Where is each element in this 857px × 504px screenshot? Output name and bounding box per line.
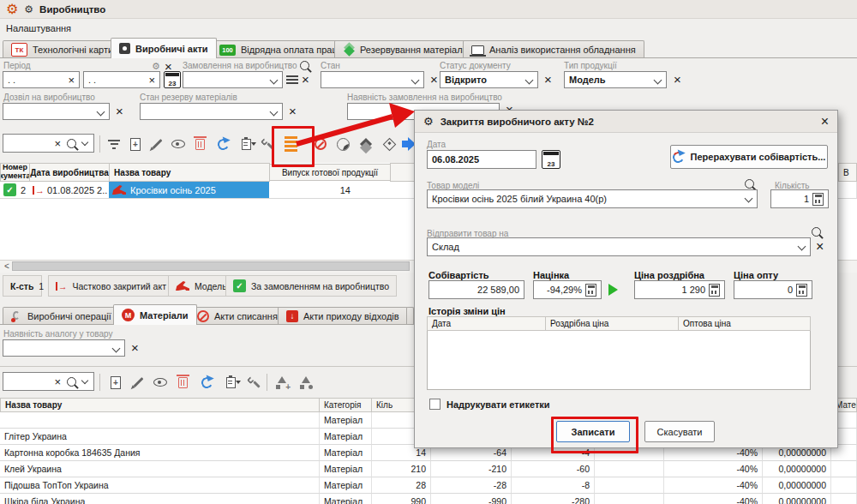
- add-document-icon[interactable]: +: [126, 135, 145, 153]
- material-name[interactable]: Картонна коробка 184635 Дания: [0, 445, 320, 461]
- acts-row-number-cell[interactable]: ✓ 2: [0, 182, 30, 199]
- refresh-icon[interactable]: [197, 373, 216, 392]
- acts-search-box[interactable]: ×: [3, 134, 94, 153]
- tab-equipment-analysis[interactable]: Аналіз використання обладнання: [463, 40, 644, 58]
- state-dropdown[interactable]: [321, 71, 424, 88]
- materials-search-box[interactable]: ×: [3, 372, 94, 391]
- tab-production-acts[interactable]: Виробничі акти: [111, 38, 217, 58]
- acts-header-number[interactable]: Номер кумента: [0, 163, 30, 182]
- copy-paste-icon[interactable]: [221, 373, 240, 392]
- materials-header-category[interactable]: Категорія: [320, 398, 372, 412]
- period-to-input[interactable]: . . ×: [83, 71, 160, 88]
- apply-play-icon[interactable]: [608, 284, 618, 296]
- material-name[interactable]: Глітер Украина: [0, 429, 320, 445]
- acts-header-date[interactable]: Дата виробництва: [29, 163, 110, 182]
- edit-icon[interactable]: [129, 373, 147, 392]
- group-add-icon[interactable]: [273, 373, 291, 392]
- delete-icon[interactable]: [190, 135, 209, 153]
- order-clear-icon[interactable]: ×: [302, 73, 309, 86]
- warehouse-dropdown[interactable]: Склад: [427, 237, 811, 256]
- add-document-icon[interactable]: +: [106, 373, 125, 392]
- tab-materials[interactable]: М Матеріали: [113, 304, 197, 325]
- tab-stub[interactable]: [406, 307, 414, 325]
- scrollbar-thumb[interactable]: [12, 261, 410, 271]
- scroll-left-button[interactable]: <: [2, 261, 12, 272]
- view-icon[interactable]: [169, 135, 188, 153]
- service-wrench-icon[interactable]: [243, 373, 262, 392]
- filter-icon[interactable]: [105, 135, 123, 153]
- material-name[interactable]: Шкіра біла Украина: [0, 494, 320, 504]
- edit-icon[interactable]: [147, 135, 166, 153]
- refresh-icon[interactable]: [213, 135, 232, 153]
- dialog-close-icon[interactable]: ×: [821, 114, 829, 129]
- history-header-wholesale[interactable]: Оптова ціна: [678, 316, 811, 331]
- qty-input[interactable]: 1: [770, 189, 829, 208]
- wholesale-price-input[interactable]: 0: [734, 280, 812, 299]
- material-row[interactable]: Шкіра біла Украина Матеріал 990 -990 -28…: [0, 494, 857, 504]
- acts-header-right[interactable]: В: [838, 163, 857, 182]
- material-name[interactable]: Клей Украина: [0, 461, 320, 477]
- date-calendar-button[interactable]: 23: [542, 150, 560, 169]
- product-search-icon[interactable]: [745, 179, 754, 189]
- prod-type-dropdown[interactable]: Модель: [564, 71, 667, 88]
- period-settings-icon[interactable]: ⚙: [152, 62, 160, 71]
- material-row[interactable]: Підошва ТопТоп Украина Матеріал 28 -28 -…: [0, 477, 857, 494]
- tab-writeoff-acts[interactable]: Акти списання: [189, 307, 286, 325]
- permission-dropdown[interactable]: [3, 103, 110, 120]
- prod-type-clear-icon[interactable]: ×: [674, 73, 681, 86]
- material-rate: 0,00000000: [763, 461, 831, 477]
- clear-icon[interactable]: ×: [148, 74, 155, 87]
- permission-clear-icon[interactable]: ×: [116, 105, 123, 117]
- material-name[interactable]: Підошва ТопТоп Украина: [0, 477, 320, 494]
- analog-dropdown[interactable]: [3, 339, 125, 357]
- calculator-icon[interactable]: [812, 193, 824, 206]
- order-search-icon[interactable]: [300, 61, 309, 70]
- acts-row-output-cell[interactable]: 14: [269, 182, 391, 199]
- print-labels-checkbox[interactable]: [429, 399, 440, 410]
- materials-header-name[interactable]: Назва товару: [0, 398, 320, 412]
- order-dropdown[interactable]: [183, 71, 283, 88]
- history-header-retail[interactable]: Роздрібна ціна: [545, 316, 679, 331]
- product-dropdown[interactable]: Кросівки осінь 2025 білий Украина 40(р): [427, 189, 758, 208]
- analog-clear-icon[interactable]: ×: [131, 341, 139, 354]
- tab-tech-cards[interactable]: ТК Технологічні карти: [3, 40, 122, 58]
- tab-piecework-pay[interactable]: 100 Відрядна оплата праці: [211, 40, 348, 58]
- dialog-title-bar[interactable]: ⚙ Закриття виробничого акту №2 ×: [415, 111, 837, 133]
- copy-paste-icon[interactable]: [237, 135, 255, 153]
- period-from-input[interactable]: . . ×: [3, 71, 80, 88]
- clear-icon[interactable]: ×: [68, 74, 75, 87]
- tab-material-reserve[interactable]: Резервування матеріалів: [334, 40, 478, 58]
- history-header-date[interactable]: Дата: [427, 316, 546, 331]
- tab-waste-income-acts[interactable]: ↓ Акти приходу відходів: [278, 307, 408, 325]
- retail-price-input[interactable]: 1 290: [634, 280, 725, 299]
- calculator-icon[interactable]: [709, 284, 720, 297]
- search-clear-icon[interactable]: ×: [54, 375, 61, 388]
- calendar-button[interactable]: 23: [164, 71, 181, 88]
- delete-icon[interactable]: [173, 373, 192, 392]
- tab-production-operations[interactable]: Виробничі операції: [3, 307, 120, 325]
- markup-input[interactable]: -94,29%: [533, 280, 602, 299]
- warehouse-search-icon[interactable]: [812, 227, 821, 237]
- warehouse-clear-icon[interactable]: ×: [816, 240, 824, 254]
- recalc-cost-button[interactable]: Перерахувати собівартість...: [670, 145, 828, 169]
- acts-row-name-cell[interactable]: Кросівки осінь 2025: [109, 182, 270, 199]
- calculator-icon[interactable]: [796, 284, 807, 297]
- search-clear-icon[interactable]: ×: [54, 137, 61, 150]
- date-input[interactable]: 06.08.2025: [427, 150, 536, 169]
- order-list-button[interactable]: [286, 74, 298, 86]
- menu-settings[interactable]: Налаштування: [6, 23, 71, 33]
- material-name[interactable]: Вставки полікоттон Украина: [0, 412, 320, 429]
- reserve-state-dropdown[interactable]: [140, 103, 283, 120]
- group-marker-icon[interactable]: [297, 373, 315, 392]
- cost-input[interactable]: 22 589,00: [428, 280, 524, 299]
- cancel-button[interactable]: Скасувати: [644, 421, 715, 442]
- view-icon[interactable]: [151, 373, 170, 392]
- doc-status-dropdown[interactable]: Відкрито: [440, 71, 538, 88]
- calculator-icon[interactable]: [585, 284, 596, 297]
- material-row[interactable]: Клей Украина Матеріал 210 -210 -60 -40% …: [0, 461, 857, 477]
- menu-bar: Налаштування: [0, 19, 857, 38]
- doc-status-clear-icon[interactable]: ×: [544, 73, 552, 86]
- acts-row-date-cell[interactable]: → 01.08.2025 2..: [29, 182, 110, 199]
- acts-header-name[interactable]: Назва товару: [109, 163, 270, 182]
- state-clear-icon[interactable]: ×: [430, 73, 438, 86]
